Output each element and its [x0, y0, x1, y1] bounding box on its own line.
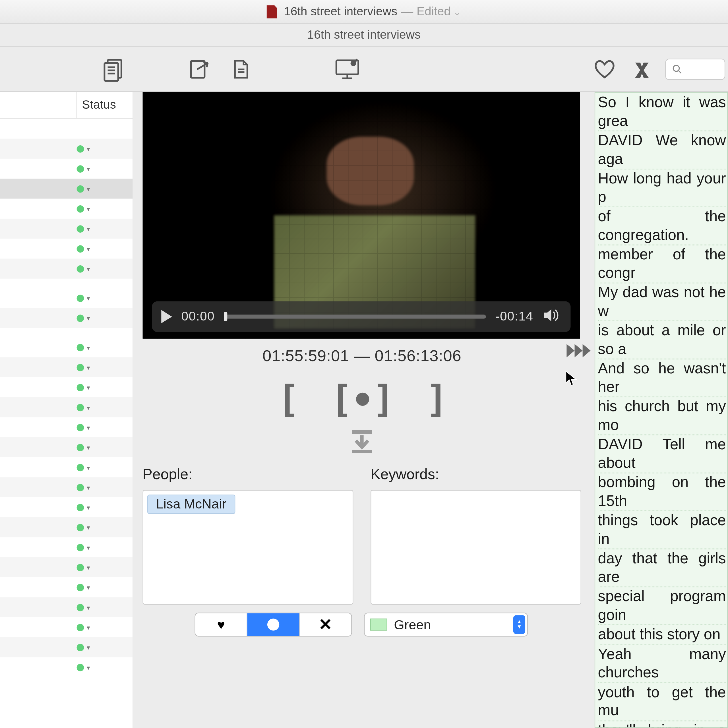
people-field[interactable]: Lisa McNair	[143, 490, 353, 604]
list-item[interactable]: ▾	[0, 577, 133, 597]
list-item[interactable]: ▾	[0, 597, 133, 617]
chevron-down-icon[interactable]: ▾	[87, 603, 90, 611]
volume-icon[interactable]	[543, 308, 561, 325]
transcript-line[interactable]: bombing on the 15th	[598, 473, 726, 511]
chevron-down-icon[interactable]: ▾	[87, 364, 90, 371]
transcript-line[interactable]: day that the girls are	[598, 549, 726, 587]
unrated-button[interactable]	[248, 613, 300, 636]
transcript-line[interactable]: of the congregation.	[598, 207, 726, 245]
transcript-line[interactable]: about this story on	[598, 626, 726, 645]
chevron-down-icon[interactable]: ▾	[87, 484, 90, 491]
transcript-line[interactable]: things took place in	[598, 511, 726, 549]
skip-forward-icon[interactable]	[565, 341, 592, 362]
list-item[interactable]: ▾	[0, 357, 133, 377]
chevron-down-icon[interactable]: ▾	[87, 624, 90, 631]
list-item[interactable]: ▾	[0, 308, 133, 328]
chevron-down-icon[interactable]: ▾	[87, 424, 90, 431]
list-item[interactable]: ▾	[0, 139, 133, 159]
list-item[interactable]: ▾	[0, 497, 133, 517]
search-input[interactable]	[665, 58, 725, 80]
list-item[interactable]: ▾	[0, 477, 133, 497]
documents-icon[interactable]	[100, 55, 128, 83]
keywords-field[interactable]	[370, 490, 581, 604]
transcript-line[interactable]: member of the congr	[598, 245, 726, 283]
list-item[interactable]: ▾	[0, 288, 133, 308]
list-item[interactable]: ▾	[0, 337, 133, 357]
favorite-button[interactable]: ♥	[195, 613, 248, 636]
transcript-line[interactable]: is about a mile or so a	[598, 321, 726, 359]
mark-out-button[interactable]: ]	[426, 377, 447, 421]
list-item[interactable]: ▾	[0, 437, 133, 457]
chevron-down-icon[interactable]: ▾	[87, 344, 90, 351]
chevron-down-icon[interactable]: ▾	[87, 265, 90, 272]
chevron-down-icon[interactable]: ▾	[87, 165, 90, 172]
transcript-line[interactable]: special program goin	[598, 587, 726, 626]
transcript-line[interactable]: And so he wasn't her	[598, 359, 726, 397]
list-item[interactable]: ▾	[0, 617, 133, 637]
list-item[interactable]: ▾	[0, 457, 133, 477]
list-item[interactable]: ▾	[0, 179, 133, 199]
list-item[interactable]: ▾	[0, 397, 133, 417]
transcript-line[interactable]: My dad was not he w	[598, 283, 726, 321]
transcript-line[interactable]: his church but my mo	[598, 397, 726, 435]
chevron-down-icon[interactable]: ▾	[87, 504, 90, 511]
mark-in-button[interactable]: [	[277, 377, 298, 421]
chevron-down-icon[interactable]: ▾	[87, 185, 90, 192]
chevron-down-icon[interactable]: ▾	[87, 145, 90, 153]
play-button[interactable]	[161, 310, 172, 323]
transcript-line[interactable]: How long had your p	[598, 169, 726, 207]
chevron-down-icon[interactable]: ▾	[87, 444, 90, 451]
chevron-down-icon[interactable]: ▾	[87, 584, 90, 591]
chevron-down-icon[interactable]: ▾	[87, 314, 90, 322]
list-item[interactable]: ▾	[0, 537, 133, 557]
search-text[interactable]	[684, 63, 717, 75]
progress-knob[interactable]	[224, 312, 228, 321]
list-item[interactable]: ▾	[0, 557, 133, 577]
list-item[interactable]: ▾	[0, 258, 133, 278]
chevron-down-icon[interactable]: ▾	[87, 664, 90, 671]
chevron-down-icon[interactable]: ▾	[87, 644, 90, 651]
reject-icon[interactable]	[628, 55, 656, 83]
sidebar-status-header[interactable]: Status	[77, 92, 133, 118]
list-item[interactable]: ▾	[0, 417, 133, 437]
chevron-down-icon[interactable]: ▾	[87, 205, 90, 213]
favorite-icon[interactable]	[590, 55, 618, 83]
list-item[interactable]: ▾	[0, 159, 133, 179]
list-item[interactable]: ▾	[0, 239, 133, 258]
color-select[interactable]: Green ▲▼	[364, 613, 528, 636]
transcript-line[interactable]: DAVID We know aga	[598, 132, 726, 170]
chevron-down-icon[interactable]: ▾	[87, 294, 90, 302]
chevron-down-icon[interactable]: ▾	[87, 564, 90, 571]
progress-bar[interactable]	[224, 315, 486, 318]
presentation-icon[interactable]	[333, 55, 361, 83]
chevron-down-icon[interactable]: ▾	[87, 225, 90, 232]
transcript-line[interactable]: Yeah many churches	[598, 645, 726, 683]
select-stepper-icon[interactable]: ▲▼	[513, 615, 525, 634]
transcript-line[interactable]: DAVID Tell me about	[598, 435, 726, 474]
chevron-down-icon[interactable]: ▾	[87, 404, 90, 411]
transcript-line[interactable]: youth to get the mu	[598, 683, 726, 721]
chevron-down-icon[interactable]: ▾	[87, 544, 90, 551]
split-clip-button[interactable]: [∙]	[330, 377, 393, 421]
transcript-text[interactable]: So I know it was greaDAVID We know agaHo…	[595, 92, 728, 728]
chevron-down-icon[interactable]: ▾	[87, 245, 90, 252]
list-item[interactable]: ▾	[0, 377, 133, 397]
reject-button[interactable]: ✕	[300, 613, 351, 636]
chevron-down-icon[interactable]: ⌄	[453, 6, 461, 17]
chevron-down-icon[interactable]: ▾	[87, 523, 90, 531]
video-player[interactable]: 00:00 -00:14	[143, 92, 580, 338]
new-document-icon[interactable]	[226, 55, 254, 83]
list-item[interactable]: ▾	[0, 657, 133, 677]
transcript-line[interactable]: they'll bring in a you	[598, 721, 726, 728]
person-tag[interactable]: Lisa McNair	[147, 494, 235, 514]
transcript-line[interactable]: So I know it was grea	[598, 93, 726, 132]
share-document-icon[interactable]	[185, 55, 213, 83]
chevron-down-icon[interactable]: ▾	[87, 463, 90, 471]
list-item[interactable]: ▾	[0, 199, 133, 219]
list-item[interactable]: ▾	[0, 517, 133, 537]
chevron-down-icon[interactable]: ▾	[87, 384, 90, 391]
insert-below-icon[interactable]	[348, 427, 376, 458]
list-item[interactable]: ▾	[0, 637, 133, 657]
list-item[interactable]: ▾	[0, 219, 133, 239]
list-item[interactable]	[0, 119, 133, 139]
